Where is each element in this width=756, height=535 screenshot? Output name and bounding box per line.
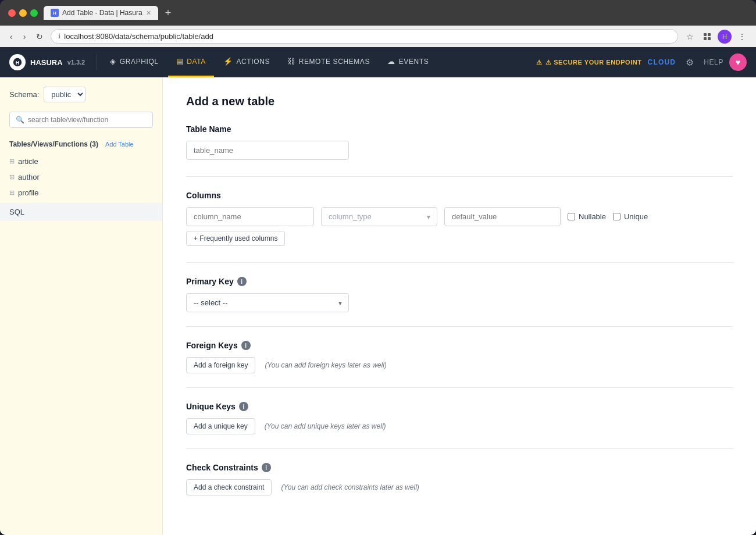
foreign-keys-hint: (You can add foreign keys later as well) xyxy=(265,361,386,369)
profile-icon[interactable]: H xyxy=(718,30,732,44)
actions-icon: ⚡ xyxy=(223,57,233,66)
hasura-logo-icon: H xyxy=(9,54,26,70)
svg-rect-3 xyxy=(708,37,711,40)
top-nav: H HASURA v1.3.2 ◈ GRAPHIQL ▤ DATA ⚡ ACTI… xyxy=(0,47,756,77)
new-tab-button[interactable]: + xyxy=(163,7,174,19)
sidebar-item-author[interactable]: ⊞ author xyxy=(0,169,162,185)
secure-endpoint-link[interactable]: ⚠ ⚠ SECURE YOUR ENDPOINT xyxy=(536,59,641,66)
nav-item-data[interactable]: ▤ DATA xyxy=(168,47,214,77)
column-name-input[interactable] xyxy=(186,207,314,226)
nav-items: ◈ GRAPHIQL ▤ DATA ⚡ ACTIONS ⛓ REMOTE SCH… xyxy=(102,47,536,77)
address-url: localhost:8080/data/schema/public/table/… xyxy=(64,32,213,41)
hasura-logo: H HASURA v1.3.2 xyxy=(9,54,97,70)
check-constraints-label: Check Constraints xyxy=(186,463,258,472)
foreign-keys-section: Foreign Keys i Add a foreign key (You ca… xyxy=(186,341,733,373)
table-name-label: Table Name xyxy=(186,124,733,134)
default-value-input[interactable] xyxy=(444,207,561,226)
nav-item-actions[interactable]: ⚡ ACTIONS xyxy=(215,47,278,77)
table-name-input[interactable] xyxy=(186,141,349,160)
svg-rect-2 xyxy=(704,37,707,40)
star-icon[interactable]: ☆ xyxy=(683,30,697,44)
foreign-keys-label: Foreign Keys xyxy=(186,341,238,350)
heart-icon[interactable]: ♥ xyxy=(729,54,747,71)
check-constraints-info-icon[interactable]: i xyxy=(262,463,271,472)
address-bar[interactable]: ℹ localhost:8080/data/schema/public/tabl… xyxy=(51,29,678,44)
back-button[interactable]: ‹ xyxy=(7,30,16,43)
svg-text:H: H xyxy=(16,60,20,66)
column-type-select[interactable]: column_type xyxy=(321,207,437,226)
page-title: Add a new table xyxy=(186,95,733,108)
unique-checkbox[interactable] xyxy=(613,213,621,220)
search-box[interactable]: 🔍 xyxy=(9,112,153,128)
add-check-constraint-button[interactable]: Add a check constraint xyxy=(186,479,272,495)
nav-item-remote-schemas[interactable]: ⛓ REMOTE SCHEMAS xyxy=(279,47,378,77)
primary-key-info-icon[interactable]: i xyxy=(237,277,247,286)
check-constraints-section: Check Constraints i Add a check constrai… xyxy=(186,463,733,495)
tab-close-button[interactable]: ✕ xyxy=(146,9,151,17)
schema-label: Schema: xyxy=(9,90,39,99)
nav-item-events[interactable]: ☁ EVENTS xyxy=(379,47,437,77)
check-constraints-header: Check Constraints i xyxy=(186,463,733,472)
sidebar: Schema: public 🔍 Tables/Views/Functions … xyxy=(0,77,163,535)
foreign-keys-info-icon[interactable]: i xyxy=(241,341,251,350)
browser-window: H Add Table - Data | Hasura ✕ + ‹ › ↻ ℹ … xyxy=(0,0,756,535)
settings-icon[interactable]: ⚙ xyxy=(682,54,698,70)
primary-key-select[interactable]: -- select -- xyxy=(186,293,349,312)
warning-icon: ⚠ xyxy=(536,59,543,66)
add-foreign-key-button[interactable]: Add a foreign key xyxy=(186,357,255,373)
sidebar-item-sql[interactable]: SQL xyxy=(0,203,162,221)
unique-checkbox-group: Unique xyxy=(613,212,648,221)
content-area: Add a new table Table Name Columns colum… xyxy=(163,77,756,535)
sidebar-section-title: Tables/Views/Functions (3) Add Table xyxy=(0,137,162,154)
nullable-checkbox-group: Nullable xyxy=(568,212,606,221)
primary-key-label: Primary Key xyxy=(186,277,234,286)
divider-5 xyxy=(186,448,733,449)
foreign-keys-header: Foreign Keys i xyxy=(186,341,733,350)
divider-1 xyxy=(186,176,733,177)
nav-label-graphiql: GRAPHIQL xyxy=(120,58,159,66)
nav-item-graphiql[interactable]: ◈ GRAPHIQL xyxy=(102,47,166,77)
tab-title: Add Table - Data | Hasura xyxy=(62,9,142,17)
tab-bar: H Add Table - Data | Hasura ✕ + xyxy=(44,6,748,20)
minimize-button[interactable] xyxy=(19,9,27,17)
maximize-button[interactable] xyxy=(30,9,38,17)
forward-button[interactable]: › xyxy=(20,30,29,43)
reload-button[interactable]: ↻ xyxy=(33,30,46,43)
nullable-checkbox[interactable] xyxy=(568,213,575,220)
sidebar-item-article[interactable]: ⊞ article xyxy=(0,154,162,169)
tab-favicon: H xyxy=(51,9,59,17)
browser-titlebar: H Add Table - Data | Hasura ✕ + xyxy=(0,0,756,26)
divider-4 xyxy=(186,387,733,388)
schema-select[interactable]: public xyxy=(44,87,85,102)
primary-key-select-wrapper: -- select -- ▼ xyxy=(186,293,349,312)
add-unique-key-button[interactable]: Add a unique key xyxy=(186,418,255,434)
close-button[interactable] xyxy=(8,9,16,17)
add-table-button[interactable]: Add Table xyxy=(102,140,137,149)
unique-keys-label: Unique Keys xyxy=(186,402,236,411)
table-icon-author: ⊞ xyxy=(9,173,15,181)
hasura-logo-text: HASURA xyxy=(30,58,63,67)
nav-right: ⚠ ⚠ SECURE YOUR ENDPOINT CLOUD ⚙ HELP ♥ xyxy=(536,54,747,71)
nullable-label: Nullable xyxy=(579,212,606,221)
svg-rect-1 xyxy=(708,33,711,36)
sql-label: SQL xyxy=(9,208,24,216)
cloud-link[interactable]: CLOUD xyxy=(648,58,676,66)
divider-3 xyxy=(186,326,733,327)
help-link[interactable]: HELP xyxy=(704,58,723,66)
graphiql-icon: ◈ xyxy=(110,57,116,66)
unique-keys-action-row: Add a unique key (You can add unique key… xyxy=(186,418,733,434)
divider-2 xyxy=(186,262,733,263)
unique-keys-section: Unique Keys i Add a unique key (You can … xyxy=(186,402,733,434)
browser-tab[interactable]: H Add Table - Data | Hasura ✕ xyxy=(44,6,158,20)
secure-endpoint-text: ⚠ SECURE YOUR ENDPOINT xyxy=(545,59,642,66)
sidebar-item-profile[interactable]: ⊞ profile xyxy=(0,185,162,201)
data-icon: ▤ xyxy=(176,57,184,66)
frequently-used-button[interactable]: + Frequently used columns xyxy=(186,231,285,246)
search-input[interactable] xyxy=(28,116,147,124)
extensions-icon[interactable] xyxy=(700,30,714,44)
unique-keys-info-icon[interactable]: i xyxy=(239,402,248,411)
hasura-version: v1.3.2 xyxy=(67,59,85,66)
primary-key-header: Primary Key i xyxy=(186,277,733,286)
toolbar-icons: ☆ H ⋮ xyxy=(683,30,749,44)
menu-icon[interactable]: ⋮ xyxy=(735,30,749,44)
